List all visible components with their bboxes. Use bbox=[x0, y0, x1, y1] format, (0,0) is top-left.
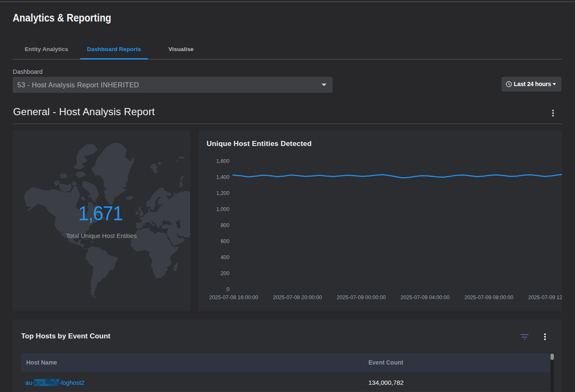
svg-text:1,200: 1,200 bbox=[216, 190, 229, 196]
svg-text:1,000: 1,000 bbox=[216, 206, 229, 212]
svg-text:600: 600 bbox=[221, 238, 229, 244]
svg-text:0: 0 bbox=[226, 287, 229, 292]
svg-text:2025-07-09 08:00:00: 2025-07-09 08:00:00 bbox=[464, 295, 513, 300]
svg-text:2025-07-08 20:00:00: 2025-07-08 20:00:00 bbox=[273, 295, 322, 300]
svg-text:1,400: 1,400 bbox=[216, 174, 229, 180]
svg-text:2025-07-09 00:00:00: 2025-07-09 00:00:00 bbox=[337, 295, 386, 300]
svg-text:2025-07-09 04:00:00: 2025-07-09 04:00:00 bbox=[401, 295, 450, 300]
svg-text:800: 800 bbox=[221, 222, 229, 228]
svg-text:2025-07-09 12:00:00: 2025-07-09 12:00:00 bbox=[528, 295, 562, 300]
svg-text:2025-07-08 16:00:00: 2025-07-08 16:00:00 bbox=[209, 295, 258, 300]
svg-text:200: 200 bbox=[221, 270, 229, 276]
svg-text:1,600: 1,600 bbox=[216, 158, 229, 164]
svg-text:400: 400 bbox=[221, 254, 229, 260]
